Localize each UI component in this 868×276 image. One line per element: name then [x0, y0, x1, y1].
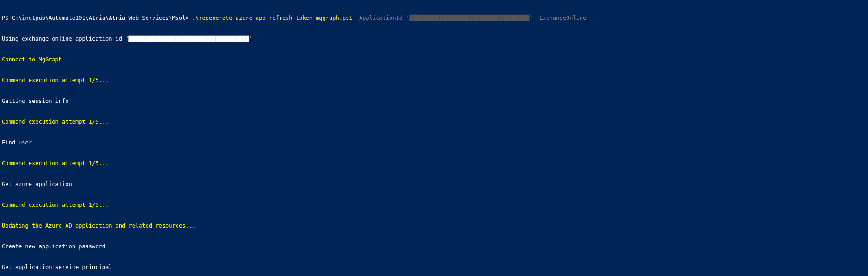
output-line: Get application service principal: [2, 264, 866, 271]
output-line: Command execution attempt 1/5...: [2, 160, 866, 167]
prompt-param-1-value: '████████████████████████████████████': [406, 15, 536, 21]
output-line: Create new application password: [2, 243, 866, 250]
output-line: Using exchange online application id '██…: [2, 36, 866, 42]
prompt-line: PS C:\inetpub\Automate101\Atria\Atria We…: [2, 15, 866, 22]
prompt-path: PS C:\inetpub\Automate101\Atria\Atria We…: [2, 15, 192, 21]
output-line: Connect to MgGraph: [2, 56, 866, 63]
prompt-script: .\regenerate-azure-app-refresh-token-mgg…: [192, 15, 356, 21]
output-line: Getting session info: [2, 98, 866, 105]
prompt-param-1: -ApplicationId: [356, 15, 406, 21]
output-line: Get azure application: [2, 181, 866, 188]
prompt-param-2: -ExchangeOnline: [536, 15, 586, 21]
output-line: Command execution attempt 1/5...: [2, 202, 866, 209]
powershell-terminal[interactable]: PS C:\inetpub\Automate101\Atria\Atria We…: [0, 0, 868, 276]
output-line: Command execution attempt 1/5...: [2, 119, 866, 126]
output-line: Find user: [2, 139, 866, 146]
output-line: Updating the Azure AD application and re…: [2, 222, 866, 229]
output-line: Command execution attempt 1/5...: [2, 77, 866, 84]
